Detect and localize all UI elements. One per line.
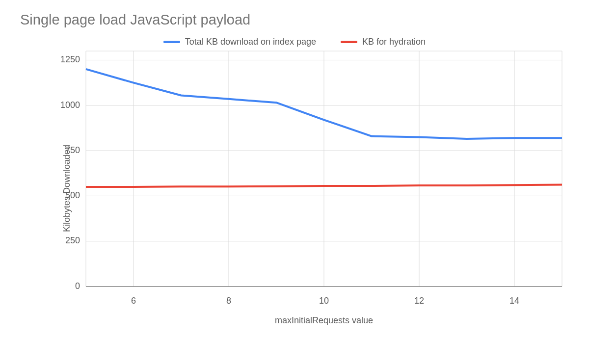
legend-swatch-red	[341, 41, 357, 43]
svg-text:1250: 1250	[60, 54, 80, 64]
svg-text:10: 10	[319, 296, 329, 306]
svg-text:8: 8	[226, 296, 231, 306]
legend-item-hydration: KB for hydration	[341, 37, 426, 47]
chart-title: Single page load JavaScript payload	[20, 12, 572, 28]
svg-text:6: 6	[131, 296, 136, 306]
legend-label-hydration: KB for hydration	[362, 37, 426, 47]
svg-text:14: 14	[509, 296, 519, 306]
series-line-hydration	[86, 184, 562, 186]
chart-container: Single page load JavaScript payload Tota…	[0, 0, 589, 364]
svg-text:1000: 1000	[60, 100, 80, 110]
svg-text:750: 750	[65, 145, 80, 155]
legend-swatch-blue	[163, 41, 180, 43]
x-axis-label: maxInitialRequests value	[86, 315, 562, 326]
svg-text:500: 500	[65, 190, 80, 200]
legend: Total KB download on index page KB for h…	[17, 37, 572, 47]
legend-label-total: Total KB download on index page	[185, 37, 316, 47]
chart-zone: Kilobytes Downloaded 0250500750100012506…	[47, 51, 572, 326]
svg-text:0: 0	[75, 281, 80, 291]
plot-area: 02505007501000125068101214	[86, 51, 562, 286]
legend-item-total: Total KB download on index page	[163, 37, 316, 47]
chart-svg: 02505007501000125068101214	[86, 51, 562, 286]
svg-text:12: 12	[414, 296, 424, 306]
svg-text:250: 250	[65, 235, 80, 245]
y-axis-label: Kilobytes Downloaded	[62, 145, 72, 232]
